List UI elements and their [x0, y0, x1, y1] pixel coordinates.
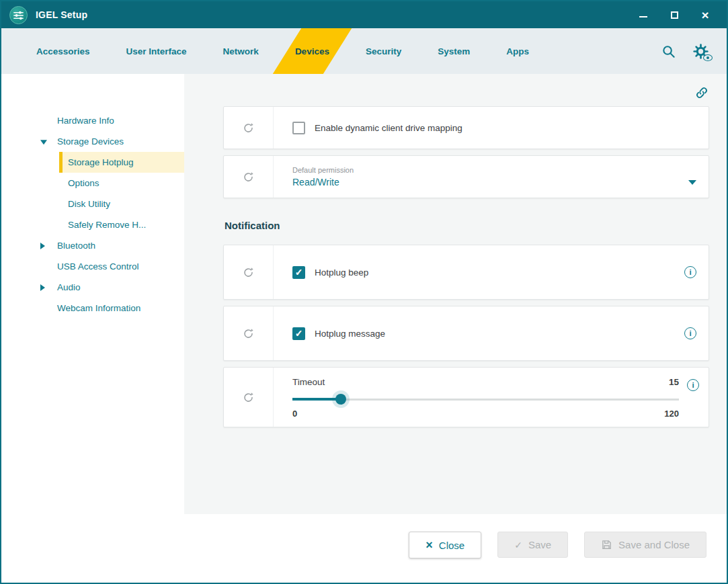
sidebar-item-safely-remove[interactable]: Safely Remove H... — [1, 214, 184, 235]
sidebar: Hardware Info Storage Devices Storage Ho… — [1, 74, 184, 514]
sidebar-item-options[interactable]: Options — [1, 173, 184, 194]
hotplug-message-label: Hotplug message — [315, 329, 385, 339]
footer: × Close ✓ Save Save and Close — [1, 514, 727, 583]
settings-panel: Enable dynamic client drive mapping Defa… — [184, 74, 727, 514]
minimize-button[interactable] — [638, 9, 649, 20]
setting-row-timeout: Timeout 15 0 120 — [223, 367, 709, 427]
floppy-icon — [601, 539, 612, 550]
reset-parameter-button[interactable] — [224, 107, 274, 149]
sidebar-item-disk-utility[interactable]: Disk Utility — [1, 194, 184, 214]
chevron-expanded-icon — [40, 140, 47, 144]
igel-setup-window: IGEL Setup × Accessories User Interface … — [0, 0, 728, 584]
setting-row-hotplug-message: Hotplug message — [223, 306, 709, 361]
tab-bar: Accessories User Interface Network Devic… — [1, 28, 727, 74]
hotplug-beep-label: Hotplug beep — [315, 267, 368, 278]
tab-system[interactable]: System — [435, 28, 473, 74]
timeout-label: Timeout — [292, 377, 325, 387]
timeout-slider[interactable] — [292, 393, 679, 405]
tab-devices[interactable]: Devices — [292, 28, 332, 74]
sidebar-item-storage-hotplug[interactable]: Storage Hotplug — [59, 152, 184, 173]
slider-track[interactable] — [292, 399, 679, 401]
titlebar: IGEL Setup × — [1, 1, 727, 28]
sidebar-item-bluetooth[interactable]: Bluetooth — [1, 235, 184, 256]
timeout-value: 15 — [669, 377, 679, 387]
save-button[interactable]: ✓ Save — [497, 532, 568, 558]
tab-accessories[interactable]: Accessories — [34, 28, 93, 74]
window-title: IGEL Setup — [36, 9, 87, 20]
slider-fill — [292, 398, 341, 401]
setting-row-drive-mapping: Enable dynamic client drive mapping — [223, 106, 709, 149]
close-window-button[interactable]: × — [700, 9, 711, 20]
reset-parameter-button[interactable] — [224, 306, 274, 360]
info-icon[interactable] — [684, 266, 696, 278]
timeout-max: 120 — [664, 409, 679, 419]
drive-mapping-checkbox[interactable] — [292, 122, 305, 134]
sidebar-item-hardware-info[interactable]: Hardware Info — [1, 110, 184, 131]
tab-apps[interactable]: Apps — [503, 28, 532, 74]
reset-parameter-button[interactable] — [224, 368, 274, 427]
close-x-icon: × — [426, 539, 433, 551]
reset-parameter-button[interactable] — [224, 156, 274, 198]
maximize-button[interactable] — [669, 9, 680, 20]
default-permission-select[interactable]: Default permission Read/Write — [292, 156, 696, 198]
gear-eye-icon[interactable] — [692, 43, 709, 60]
drive-mapping-label: Enable dynamic client drive mapping — [315, 123, 462, 133]
close-icon: × — [701, 9, 709, 22]
save-and-close-button[interactable]: Save and Close — [584, 532, 706, 558]
reset-parameter-button[interactable] — [224, 245, 274, 299]
hotplug-beep-checkbox[interactable] — [292, 266, 305, 279]
default-permission-label: Default permission — [292, 166, 696, 174]
sidebar-item-storage-devices[interactable]: Storage Devices — [1, 131, 184, 152]
sidebar-item-webcam-information[interactable]: Webcam Information — [1, 298, 184, 319]
close-button[interactable]: × Close — [409, 532, 481, 558]
eye-icon — [703, 54, 713, 61]
tab-security[interactable]: Security — [363, 28, 404, 74]
tab-user-interface[interactable]: User Interface — [124, 28, 190, 74]
check-icon: ✓ — [514, 540, 522, 550]
window-controls: × — [638, 9, 716, 20]
minimize-icon — [639, 16, 647, 17]
link-icon[interactable] — [694, 83, 709, 102]
default-permission-value: Read/Write — [292, 177, 339, 187]
sidebar-item-usb-access-control[interactable]: USB Access Control — [1, 256, 184, 277]
maximize-icon — [671, 11, 678, 19]
hotplug-message-checkbox[interactable] — [292, 327, 305, 340]
slider-thumb[interactable] — [335, 394, 346, 405]
chevron-collapsed-icon — [40, 284, 45, 291]
tab-network[interactable]: Network — [220, 28, 261, 74]
setting-row-hotplug-beep: Hotplug beep — [223, 245, 709, 300]
sidebar-item-audio[interactable]: Audio — [1, 277, 184, 298]
setting-row-default-permission: Default permission Read/Write — [223, 155, 709, 198]
chevron-collapsed-icon — [40, 243, 45, 249]
info-icon[interactable] — [687, 379, 699, 391]
search-icon[interactable] — [661, 44, 676, 59]
timeout-min: 0 — [292, 409, 297, 419]
info-icon[interactable] — [684, 327, 696, 339]
notification-section-title: Notification — [225, 220, 709, 231]
chevron-down-icon — [688, 180, 696, 185]
igel-logo-icon — [9, 6, 28, 24]
